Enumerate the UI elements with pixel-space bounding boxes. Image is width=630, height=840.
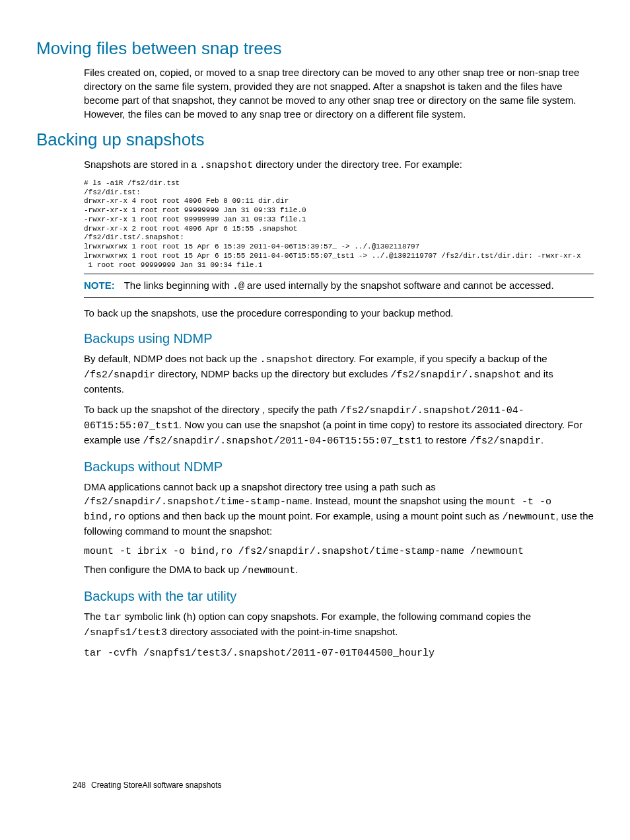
code-snapshot-dir: .snapshot	[260, 354, 314, 365]
code-without-path: /fs2/snapdir/.snapshot/time-stamp-name	[84, 496, 310, 508]
text: .	[295, 564, 298, 575]
note-label: NOTE:	[84, 280, 115, 291]
text: options and then back up the mount point…	[125, 510, 502, 521]
page-number: 248	[73, 781, 86, 790]
para-ndmp-1: By default, NDMP does not back up the .s…	[84, 352, 594, 396]
text: . Instead, mount the snapshot using the	[310, 495, 486, 506]
text: directory associated with the point-in-t…	[167, 626, 398, 637]
ls-output-block: # ls -a1R /fs2/dir.tst /fs2/dir.tst: drw…	[84, 179, 594, 270]
heading-backing-up: Backing up snapshots	[36, 128, 594, 151]
code-newmount: /newmount	[502, 512, 555, 523]
text: ) option can copy snapshots. For example…	[192, 611, 531, 622]
para-without-2: Then configure the DMA to back up /newmo…	[84, 562, 594, 578]
heading-backups-tar: Backups with the tar utility	[84, 587, 594, 605]
text: directory under the directory tree. For …	[253, 159, 462, 170]
code-snapfs-test3: /snapfs1/test3	[84, 627, 167, 638]
para-tar-1: The tar symbolic link (h) option can cop…	[84, 609, 594, 640]
code-dot-at: .@	[232, 281, 244, 292]
tar-command-block: tar -cvfh /snapfs1/test3/.snapshot/2011-…	[84, 646, 594, 660]
text: .	[541, 434, 543, 445]
note-text-b: are used internally by the snapshot soft…	[244, 280, 554, 291]
page-footer: 248Creating StoreAll software snapshots	[73, 780, 221, 791]
text: symbolic link (	[122, 611, 186, 622]
heading-backups-ndmp: Backups using NDMP	[84, 329, 594, 348]
heading-moving-files: Moving files between snap trees	[36, 36, 594, 60]
para-backup-method: To back up the snapshots, use the proced…	[84, 306, 594, 320]
para-ndmp-2: To back up the snapshot of the directory…	[84, 402, 594, 448]
text: Then configure the DMA to back up	[84, 564, 242, 575]
code-snapshot-dir: .snapshot	[199, 160, 253, 171]
footer-chapter-title: Creating StoreAll software snapshots	[91, 781, 221, 790]
text: To back up the snapshot of the directory…	[84, 404, 340, 415]
text: Snapshots are stored in a	[84, 159, 199, 170]
para-backing-intro: Snapshots are stored in a .snapshot dire…	[84, 157, 594, 172]
code-newmount: /newmount	[242, 565, 295, 576]
mount-command-block: mount -t ibrix -o bind,ro /fs2/snapdir/.…	[84, 545, 594, 558]
note-text: The links beginning with	[124, 280, 232, 291]
text: directory, NDMP backs up the directory b…	[155, 368, 390, 379]
code-fs2-snapdir-snapshot: /fs2/snapdir/.snapshot	[390, 369, 521, 381]
text: By default, NDMP does not back up the	[84, 353, 260, 364]
code-snapshot-path: /fs2/snapdir/.snapshot/2011-04-06T15:55:…	[143, 436, 422, 447]
heading-backups-without-ndmp: Backups without NDMP	[84, 457, 594, 476]
code-fs2-snapdir: /fs2/snapdir	[84, 369, 155, 381]
text: The	[84, 611, 104, 622]
text: directory. For example, if you specify a…	[314, 353, 547, 364]
para-without-1: DMA applications cannot back up a snapsh…	[84, 480, 594, 538]
para-moving-files: Files created on, copied, or moved to a …	[84, 65, 594, 121]
code-tar: tar	[104, 612, 122, 623]
note-box: NOTE:The links beginning with .@ are use…	[84, 274, 594, 298]
text: DMA applications cannot back up a snapsh…	[84, 481, 436, 492]
text: to restore	[422, 434, 470, 445]
code-fs2-snapdir: /fs2/snapdir	[470, 436, 541, 447]
